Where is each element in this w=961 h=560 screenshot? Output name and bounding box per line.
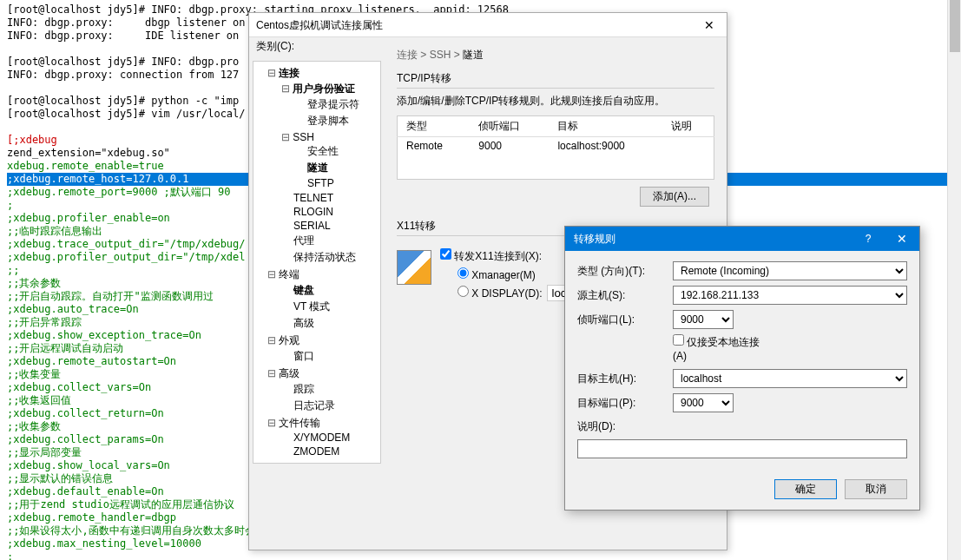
tree-node-appearance[interactable]: 外观 窗口 [253,333,380,366]
tree-leaf-window[interactable]: 窗口 [267,348,380,365]
tree-leaf-xymodem[interactable]: X/YMODEM [267,431,380,445]
tree-leaf-security[interactable]: 安全性 [281,143,380,160]
tree-leaf-log[interactable]: 日志记录 [267,398,380,414]
dialog2-title: 转移规则 [574,233,615,245]
close-icon[interactable]: ✕ [692,13,727,37]
desc-label: 说明(D): [577,419,673,434]
tree-leaf-serial[interactable]: SERIAL [267,219,380,233]
tree-leaf-trace[interactable]: 跟踪 [267,381,380,398]
tree-node-terminal[interactable]: 终端 键盘 VT 模式 高级 [253,267,380,333]
tree-node-ssh[interactable]: SSH 安全性 隧道 SFTP [267,130,380,191]
tree-leaf-keepalive[interactable]: 保持活动状态 [267,249,380,266]
scrollbar-thumb[interactable] [950,0,960,52]
source-host-label: 源主机(S): [577,288,673,303]
dialog-titlebar[interactable]: Centos虚拟机调试连接属性 ✕ [249,13,727,37]
tree-node-connection[interactable]: 连接 用户身份验证 登录提示符 登录脚本 SSH 安全性 [253,65,380,267]
type-select[interactable]: Remote (Incoming) [673,261,907,280]
dialog-title: Centos虚拟机调试连接属性 [256,19,383,31]
col-port: 侦听端口 [470,116,549,137]
tree-leaf-telnet[interactable]: TELNET [267,191,380,205]
forwarding-rule-dialog: 转移规则 ? ✕ 类型 (方向)(T): Remote (Incoming) 源… [564,226,920,511]
add-button[interactable]: 添加(A)... [640,187,709,207]
cancel-button[interactable]: 取消 [845,479,907,499]
tree-leaf-zmodem[interactable]: ZMODEM [267,445,380,458]
source-host-select[interactable]: 192.168.211.133 [673,286,907,305]
help-icon[interactable]: ? [855,227,881,251]
tree-leaf-proxy[interactable]: 代理 [267,233,380,249]
type-label: 类型 (方向)(T): [577,264,673,279]
dest-port-label: 目标端口(P): [577,396,673,411]
listen-port-select[interactable]: 9000 [673,310,734,329]
desc-input[interactable] [577,439,907,458]
category-tree[interactable]: 连接 用户身份验证 登录提示符 登录脚本 SSH 安全性 [253,61,381,464]
tree-node-auth[interactable]: 用户身份验证 登录提示符 登录脚本 [267,81,380,130]
tree-label: 类别(C): [249,37,385,57]
xmanager-icon [397,250,431,285]
dest-host-label: 目标主机(H): [577,372,673,386]
close-icon[interactable]: ✕ [885,227,919,251]
tcpip-group-desc: 添加/编辑/删除TCP/IP转移规则。此规则连接后自动应用。 [397,94,714,109]
tcpip-group-title: TCP/IP转移 [397,71,714,89]
table-row[interactable]: Remote 9000 localhost:9000 [398,137,714,155]
tree-leaf-vtmode[interactable]: VT 模式 [267,299,380,315]
listen-port-label: 侦听端口(L): [577,313,673,327]
tree-leaf-sftp[interactable]: SFTP [281,176,380,190]
tree-leaf-keyboard[interactable]: 键盘 [267,282,380,299]
rules-table[interactable]: 类型 侦听端口 目标 说明 Remote 9000 localhost:9000 [397,115,714,180]
tree-node-filetransfer[interactable]: 文件传输 X/YMODEM ZMODEM [253,415,380,459]
breadcrumb: 连接 > SSH > 隧道 [397,46,714,71]
tree-leaf-rlogin[interactable]: RLOGIN [267,205,380,219]
dest-host-select[interactable]: localhost [673,369,907,388]
col-note: 说明 [662,116,714,137]
dialog2-titlebar[interactable]: 转移规则 ? ✕ [565,227,919,251]
dest-port-select[interactable]: 9000 [673,393,734,412]
tree-node-adv2[interactable]: 高级 跟踪 日志记录 [253,366,380,415]
col-target: 目标 [549,116,662,137]
local-only-checkbox[interactable]: 仅接受本地连接(A) [673,334,768,362]
ok-button[interactable]: 确定 [774,479,837,499]
tree-leaf-advanced[interactable]: 高级 [267,315,380,332]
tree-leaf-prompt[interactable]: 登录提示符 [281,96,380,113]
tree-leaf-tunnel[interactable]: 隧道 [281,160,380,176]
scrollbar[interactable] [947,0,961,560]
col-type: 类型 [398,116,471,137]
tree-leaf-script[interactable]: 登录脚本 [281,113,380,129]
